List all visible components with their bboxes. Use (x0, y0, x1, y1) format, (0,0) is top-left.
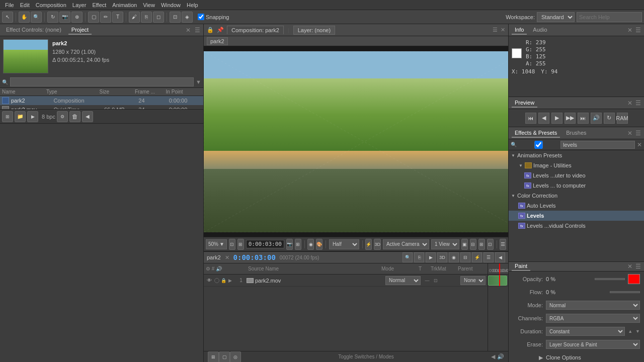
tool-orbit[interactable]: ⊕ (71, 12, 83, 23)
tool-puppet[interactable]: ⊡ (170, 12, 181, 23)
effects-filter-checkbox[interactable] (519, 141, 558, 149)
info-panel-menu[interactable]: ☰ (635, 27, 641, 34)
tl-magnet-btn[interactable]: ⎘ (414, 252, 424, 262)
tree-arrow-image-utilities[interactable] (518, 163, 523, 168)
viewer-close[interactable]: ✕ (501, 27, 505, 33)
project-file-park2mov[interactable]: park2.mov QuickTime 66.9 MB 24 0:00:00 (0, 105, 203, 109)
search-help-input[interactable] (577, 12, 642, 22)
tab-info[interactable]: Info (512, 26, 527, 35)
paint-panel-close[interactable]: ✕ (627, 263, 632, 270)
preview-audio-btn[interactable]: 🔊 (591, 113, 602, 124)
effects-clear-btn[interactable]: ✕ (637, 141, 642, 148)
tree-item-auto-levels[interactable]: fx Auto Levels (509, 201, 644, 211)
comp-breadcrumb-tab[interactable]: park2 (207, 37, 228, 45)
tl-visibility-toggle[interactable]: 👁 (206, 278, 213, 283)
new-comp-btn[interactable]: ⊞ (2, 111, 13, 122)
menu-effect[interactable]: Effect (89, 2, 109, 8)
menu-layer[interactable]: Layer (69, 2, 90, 8)
menu-composition[interactable]: Composition (33, 2, 69, 8)
project-back-btn[interactable]: ◀ (82, 111, 93, 122)
project-panel-menu[interactable]: ☰ (195, 27, 200, 34)
vc-safe-btn[interactable]: ⊞ (237, 239, 244, 250)
tab-effects-presets[interactable]: Effects & Presets (512, 129, 560, 138)
tl-new-null-btn[interactable]: ◎ (230, 351, 241, 363)
project-panel-close[interactable]: ✕ (186, 27, 191, 34)
vc-menu[interactable]: ☰ (500, 239, 506, 250)
tree-item-levels[interactable]: fx Levels (509, 211, 644, 221)
tree-item-levels-individual[interactable]: fx Levels ...vidual Controls (509, 221, 644, 231)
tl-clip-park2mov[interactable] (488, 276, 507, 286)
tree-item-levels-to-computer[interactable]: fx Levels ... to computer (509, 180, 644, 191)
tab-layer-none[interactable]: Layer: (none) (293, 26, 335, 35)
effects-panel-close[interactable]: ✕ (627, 130, 632, 137)
tool-zoom[interactable]: 🔍 (31, 12, 42, 23)
tl-new-comp-btn[interactable]: ⊞ (208, 351, 219, 363)
menu-file[interactable]: File (2, 2, 17, 8)
tl-audio-btn[interactable]: 🔊 (497, 353, 504, 360)
tool-select[interactable]: ↖ (2, 12, 13, 23)
tool-hand[interactable]: ✋ (19, 12, 30, 23)
tool-clone[interactable]: ⎘ (141, 12, 152, 23)
tab-effect-controls[interactable]: Effect Controls: (none) (3, 26, 64, 35)
preview-next-frame-btn[interactable]: ▶▶ (565, 113, 576, 124)
tl-draft-btn[interactable]: ⚡ (472, 252, 482, 262)
workspace-select[interactable]: Standard (537, 12, 575, 22)
tool-eraser[interactable]: ◻ (153, 12, 164, 23)
tl-search-btn[interactable]: 🔍 (403, 252, 413, 262)
preview-panel-menu[interactable]: ☰ (635, 100, 641, 107)
info-panel-close[interactable]: ✕ (627, 27, 632, 34)
project-filter-icon[interactable]: ▼ (196, 79, 201, 85)
vc-grid-btn[interactable]: ⊞ (295, 239, 301, 250)
tl-frame-btn[interactable]: ⊟ (460, 252, 470, 262)
tool-camera[interactable]: 📷 (59, 12, 70, 23)
menu-view[interactable]: View (140, 2, 158, 8)
preview-loop-btn[interactable]: ↻ (604, 113, 615, 124)
tool-brush[interactable]: 🖌 (129, 12, 140, 23)
menu-animation[interactable]: Animation (109, 2, 140, 8)
project-file-park2[interactable]: park2 Composition 24 0:00:00 (0, 96, 203, 105)
paint-panel-menu[interactable]: ☰ (635, 263, 641, 270)
tab-project[interactable]: Project (68, 26, 92, 35)
tl-new-solid-btn[interactable]: ▢ (219, 351, 230, 363)
paint-duration-select[interactable]: Constant (546, 327, 625, 336)
viewer-menu[interactable]: ☰ (493, 27, 498, 33)
tl-blend-mode-select[interactable]: Normal (385, 276, 421, 285)
active-camera-select[interactable]: Active Camera (383, 239, 429, 249)
new-folder-btn[interactable]: 📁 (15, 111, 26, 122)
preview-prev-frame-btn[interactable]: ◀ (538, 113, 549, 124)
tl-track-1[interactable] (488, 275, 508, 287)
preview-ram-btn[interactable]: RAM (617, 113, 628, 124)
vc-layout-3[interactable]: ⊞ (478, 239, 485, 250)
tl-3d-btn[interactable]: 3D (437, 252, 447, 262)
paint-opacity-slider[interactable] (595, 278, 625, 280)
bit-depth-btn[interactable]: ⚙ (57, 111, 68, 122)
vc-layout-2[interactable]: ⊟ (470, 239, 476, 250)
tool-rect[interactable]: ▢ (88, 12, 99, 23)
quality-select[interactable]: HalfFullQuarter (329, 239, 359, 249)
snapping-checkbox[interactable] (198, 14, 204, 20)
vc-layout-4[interactable]: ⊡ (487, 239, 494, 250)
tl-layer-name[interactable]: park2.mov (255, 278, 384, 284)
tool-text[interactable]: T (112, 12, 123, 23)
timeline-timecode[interactable]: 0:00:03:00 (233, 253, 276, 261)
tree-item-levels-to-video[interactable]: fx Levels ...uter to video (509, 170, 644, 180)
tree-item-color-correction[interactable]: Color Correction (509, 191, 644, 201)
tl-expand[interactable]: ◀ (495, 252, 505, 262)
paint-duration-step-up[interactable]: ▲ (628, 329, 632, 334)
paint-flow-val[interactable]: 0 % (546, 289, 607, 295)
tool-pen[interactable]: ✏ (100, 12, 111, 23)
project-search-input[interactable] (10, 77, 194, 86)
tab-composition-park2[interactable]: Composition: park2 (227, 26, 284, 34)
preview-first-btn[interactable]: ⏮ (525, 113, 536, 124)
paint-clone-row[interactable]: ▶ Clone Options (513, 352, 640, 362)
tl-solo-btn[interactable] (214, 278, 219, 283)
effects-search-input[interactable] (560, 141, 635, 149)
vc-camera-btn[interactable]: 📷 (286, 239, 293, 250)
delete-btn[interactable]: 🗑 (69, 111, 80, 122)
paint-flow-slider[interactable] (610, 291, 640, 293)
tree-item-animation-presets[interactable]: Animation Presets (509, 150, 644, 160)
paint-channels-select[interactable]: RGBA (546, 314, 640, 323)
menu-help[interactable]: Help (184, 2, 201, 8)
toggle-switches-label[interactable]: Toggle Switches / Modes (338, 354, 394, 359)
tl-collapse-btn[interactable]: ▶ (228, 278, 235, 283)
